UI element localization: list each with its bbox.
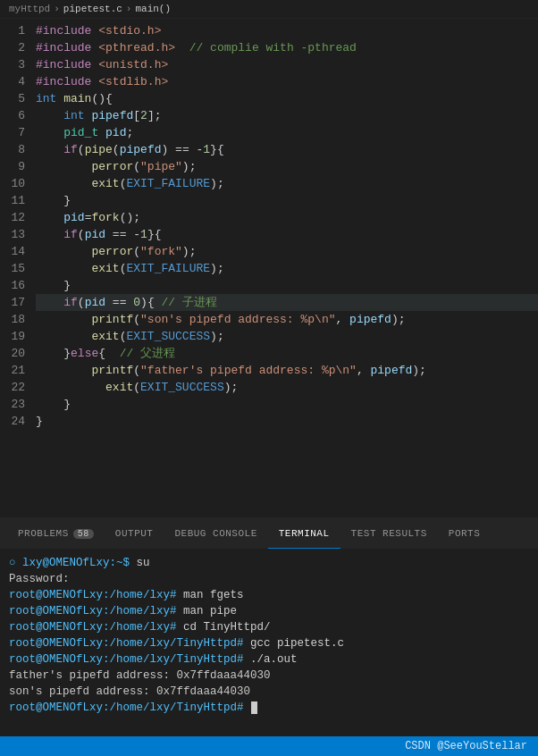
code-line: if(pipe(pipefd) == -1}{ <box>36 141 538 158</box>
code-line: #include <unistd.h> <box>36 56 538 73</box>
terminal-line: ○ lxy@OMENOfLxy:~$ su <box>9 555 529 571</box>
code-line: int main(){ <box>36 90 538 107</box>
code-line: exit(EXIT_FAILURE); <box>36 175 538 192</box>
terminal-line: Password: <box>9 571 529 587</box>
panel-tab-problems[interactable]: PROBLEMS58 <box>7 518 105 549</box>
line-numbers: 123456789101112131415161718192021222324 <box>0 22 32 460</box>
panel-tab-output[interactable]: OUTPUT <box>105 518 164 549</box>
code-line: pid=fork(); <box>36 209 538 226</box>
watermark-text: CSDN @SeeYouStellar <box>405 740 527 752</box>
terminal-line: root@OMENOfLxy:/home/lxy# man pipe <box>9 603 529 619</box>
code-line: exit(EXIT_SUCCESS); <box>36 379 538 396</box>
code-line: if(pid == 0){ // 子进程 <box>36 294 538 311</box>
panel-tab-ports[interactable]: PORTS <box>438 518 492 549</box>
code-line: }else{ // 父进程 <box>36 345 538 362</box>
panel-tab-terminal[interactable]: TERMINAL <box>268 518 340 549</box>
code-line: exit(EXIT_FAILURE); <box>36 260 538 277</box>
code-line: #include <stdio.h> <box>36 22 538 39</box>
editor-empty-space <box>0 464 538 517</box>
terminal-line: root@OMENOfLxy:/home/lxy/TinyHttpd# gcc … <box>9 635 529 651</box>
terminal-line: root@OMENOfLxy:/home/lxy/TinyHttpd# <box>9 700 529 716</box>
code-line: printf("father's pipefd address: %p\n", … <box>36 362 538 379</box>
terminal-line: son's pipefd address: 0x7ffdaaa44030 <box>9 684 529 700</box>
code-lines[interactable]: #include <stdio.h>#include <pthread.h> /… <box>32 22 538 460</box>
code-editor: 123456789101112131415161718192021222324 … <box>0 19 538 464</box>
code-line: int pipefd[2]; <box>36 107 538 124</box>
status-bar: CSDN @SeeYouStellar <box>0 736 538 756</box>
breadcrumb-item-3: main() <box>135 4 171 14</box>
terminal-output[interactable]: ○ lxy@OMENOfLxy:~$ suPassword:root@OMENO… <box>0 550 538 736</box>
panel-tabs: PROBLEMS58OUTPUTDEBUG CONSOLETERMINALTES… <box>0 518 538 550</box>
breadcrumb-item-1: myHttpd <box>9 4 50 14</box>
code-area: 123456789101112131415161718192021222324 … <box>0 19 538 464</box>
terminal-line: father's pipefd address: 0x7ffdaaa44030 <box>9 668 529 684</box>
code-line: exit(EXIT_SUCCESS); <box>36 328 538 345</box>
code-line: } <box>36 192 538 209</box>
code-line: } <box>36 277 538 294</box>
code-line: if(pid == -1}{ <box>36 226 538 243</box>
panel-tab-debug-console[interactable]: DEBUG CONSOLE <box>164 518 267 549</box>
breadcrumb-item-2: pipetest.c <box>63 4 122 14</box>
code-line: } <box>36 396 538 413</box>
code-line: pid_t pid; <box>36 124 538 141</box>
bottom-panel: PROBLEMS58OUTPUTDEBUG CONSOLETERMINALTES… <box>0 517 538 736</box>
code-line: #include <pthread.h> // complie with -pt… <box>36 39 538 56</box>
code-line: printf("son's pipefd address: %p\n", pip… <box>36 311 538 328</box>
terminal-line: root@OMENOfLxy:/home/lxy# man fgets <box>9 587 529 603</box>
code-line: } <box>36 413 538 430</box>
breadcrumb: myHttpd › pipetest.c › main() <box>0 0 538 19</box>
terminal-line: root@OMENOfLxy:/home/lxy# cd TinyHttpd/ <box>9 619 529 635</box>
terminal-line: root@OMENOfLxy:/home/lxy/TinyHttpd# ./a.… <box>9 651 529 668</box>
code-line: #include <stdlib.h> <box>36 73 538 90</box>
code-line: perror("pipe"); <box>36 158 538 175</box>
code-line: perror("fork"); <box>36 243 538 260</box>
panel-tab-test-results[interactable]: TEST RESULTS <box>340 518 438 549</box>
